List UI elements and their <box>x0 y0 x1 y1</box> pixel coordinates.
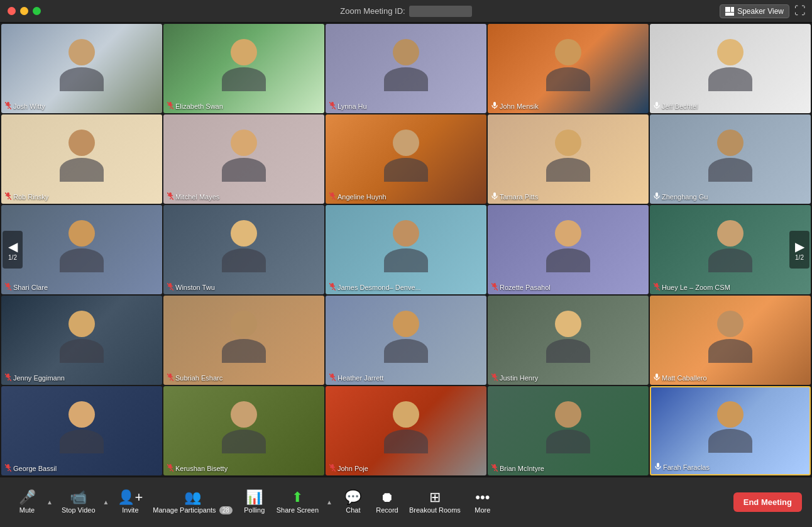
end-meeting-button[interactable]: End Meeting <box>733 492 802 512</box>
participant-tile-12[interactable]: Winston Twu <box>163 205 324 294</box>
participant-tile-8[interactable]: Angeline Huynh <box>326 114 486 204</box>
fullscreen-button[interactable]: ⛶ <box>794 4 806 18</box>
mic-icon-18 <box>329 374 336 382</box>
record-button[interactable]: ⏺ Record <box>370 487 404 518</box>
participant-tile-19[interactable]: Justin Henry <box>488 296 649 385</box>
participant-tile-11[interactable]: Shari Clare <box>1 205 162 294</box>
participant-name-3: Lynna Hu <box>329 102 367 111</box>
mic-icon-10 <box>654 192 660 201</box>
more-button[interactable]: ••• More <box>466 487 500 518</box>
page-indicator-right: 1/2 <box>795 254 804 261</box>
video-icon: 📹 <box>70 491 87 504</box>
maximize-button[interactable] <box>33 7 41 15</box>
participant-tile-1[interactable]: Josh Witty <box>1 24 162 113</box>
close-button[interactable] <box>8 7 16 15</box>
left-arrow-icon: ◀ <box>8 239 18 254</box>
polling-button[interactable]: 📊 Polling <box>238 487 272 518</box>
polling-icon: 📊 <box>246 491 263 504</box>
participant-tile-10[interactable]: Zhenghang Gu <box>650 114 811 204</box>
mic-icon-24 <box>491 464 498 473</box>
participant-tile-3[interactable]: Lynna Hu <box>326 24 486 113</box>
mute-caret[interactable]: ▲ <box>45 495 54 509</box>
participant-tile-2[interactable]: Elizabeth Swan <box>163 24 324 113</box>
silhouette-14 <box>488 205 649 294</box>
participant-name-15: Huey Le – Zoom CSM <box>654 283 730 292</box>
participant-name-17: Subriah Esharc <box>167 374 222 382</box>
traffic-lights <box>8 7 41 15</box>
share-screen-icon: ⬆ <box>292 491 303 504</box>
participant-name-1: Josh Witty <box>5 102 45 111</box>
invite-button[interactable]: 👤+ Invite <box>112 487 148 518</box>
silhouette-18 <box>326 296 486 385</box>
share-screen-group: ⬆ Share Screen ▲ <box>272 487 334 518</box>
stop-video-button[interactable]: 📹 Stop Video <box>57 487 101 518</box>
share-screen-button[interactable]: ⬆ Share Screen <box>272 487 324 518</box>
participant-tile-15[interactable]: Huey Le – Zoom CSM <box>650 205 811 294</box>
svg-rect-71 <box>656 374 658 378</box>
prev-page-button[interactable]: ◀ 1/2 <box>3 231 23 269</box>
participant-name-16: Jenny Eggimann <box>5 374 65 382</box>
silhouette-8 <box>326 114 486 204</box>
record-label: Record <box>376 506 398 514</box>
participant-name-13: James Desmond– Denve... <box>329 283 421 292</box>
silhouette-22 <box>163 386 324 475</box>
mute-button[interactable]: 🎤 Mute <box>10 487 44 518</box>
svg-rect-0 <box>725 7 730 12</box>
participant-name-9: Tamara Pitts <box>491 192 538 201</box>
speaker-view-button[interactable]: Speaker View <box>720 4 789 18</box>
participant-tile-5[interactable]: Jeff Bechtel <box>650 24 811 113</box>
mic-icon-16 <box>5 374 11 382</box>
manage-participants-button[interactable]: 👥 Manage Participants 28 <box>148 487 237 518</box>
participant-tile-22[interactable]: Kerushan Bisetty <box>163 386 324 475</box>
svg-rect-31 <box>493 192 496 197</box>
participant-tile-6[interactable]: Rob Rinsky <box>1 114 162 204</box>
chat-button[interactable]: 💬 Chat <box>336 487 370 518</box>
silhouette-20 <box>650 296 811 385</box>
mic-icon-22 <box>167 464 173 473</box>
mic-icon-11 <box>5 283 11 292</box>
mute-group: 🎤 Mute ▲ <box>10 487 54 518</box>
silhouette-24 <box>488 386 649 475</box>
breakout-rooms-button[interactable]: ⊞ Breakout Rooms <box>404 487 466 518</box>
participant-tile-20[interactable]: Matt Caballero <box>650 296 811 385</box>
mic-icon-1 <box>5 102 11 111</box>
titlebar: Zoom Meeting ID: Speaker View ⛶ <box>0 0 812 23</box>
polling-label: Polling <box>244 506 265 514</box>
participant-tile-4[interactable]: John Mensik <box>488 24 649 113</box>
participant-tile-25[interactable]: Farah Faraclas <box>650 386 811 475</box>
share-screen-caret[interactable]: ▲ <box>325 495 334 509</box>
right-arrow-icon: ▶ <box>795 239 804 254</box>
participant-tile-17[interactable]: Subriah Esharc <box>163 296 324 385</box>
participant-name-5: Jeff Bechtel <box>654 102 698 111</box>
silhouette-19 <box>488 296 649 385</box>
next-page-button[interactable]: ▶ 1/2 <box>789 231 809 269</box>
participant-tile-14[interactable]: Rozette Pasahol <box>488 205 649 294</box>
silhouette-17 <box>163 296 324 385</box>
mute-icon: 🎤 <box>19 491 36 504</box>
mic-icon-23 <box>329 464 336 473</box>
silhouette-11 <box>1 205 162 294</box>
meeting-id-value <box>409 6 472 17</box>
mic-icon-20 <box>654 374 660 382</box>
participant-name-4: John Mensik <box>491 102 539 111</box>
participant-tile-18[interactable]: Heather Jarrett <box>326 296 486 385</box>
participant-tile-13[interactable]: James Desmond– Denve... <box>326 205 486 294</box>
participant-tile-23[interactable]: John Poje <box>326 386 486 475</box>
minimize-button[interactable] <box>20 7 28 15</box>
svg-rect-2 <box>725 13 734 16</box>
mic-icon-19 <box>491 374 498 382</box>
meeting-id-label: Zoom Meeting ID: <box>340 6 405 16</box>
participant-tile-7[interactable]: Mitchel Mayes <box>163 114 324 204</box>
video-caret[interactable]: ▲ <box>102 495 111 509</box>
speaker-view-label: Speaker View <box>737 7 784 16</box>
participant-tile-21[interactable]: George Bassil <box>1 386 162 475</box>
silhouette-13 <box>326 205 486 294</box>
invite-icon: 👤+ <box>118 491 143 504</box>
silhouette-10 <box>650 114 811 204</box>
mic-icon-3 <box>329 102 336 111</box>
invite-label: Invite <box>122 506 138 514</box>
silhouette-21 <box>1 386 162 475</box>
participant-tile-24[interactable]: Brian McIntyre <box>488 386 649 475</box>
participant-tile-9[interactable]: Tamara Pitts <box>488 114 649 204</box>
participant-tile-16[interactable]: Jenny Eggimann <box>1 296 162 385</box>
